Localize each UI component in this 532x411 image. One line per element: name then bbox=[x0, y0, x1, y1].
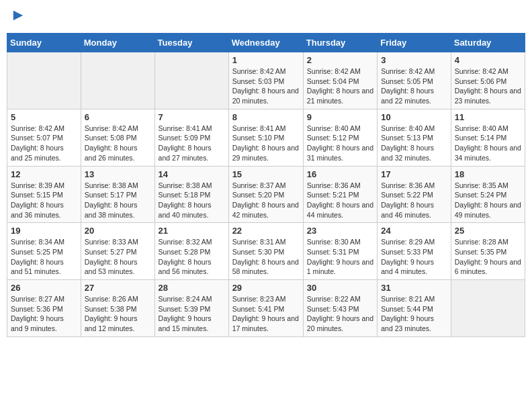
calendar-cell: 25Sunrise: 8:28 AM Sunset: 5:35 PM Dayli… bbox=[451, 223, 525, 280]
day-number: 29 bbox=[232, 283, 300, 293]
day-info: Sunrise: 8:41 AM Sunset: 5:10 PM Dayligh… bbox=[232, 124, 300, 163]
day-info: Sunrise: 8:24 AM Sunset: 5:39 PM Dayligh… bbox=[159, 294, 225, 334]
calendar-cell bbox=[154, 52, 228, 109]
calendar-week-row: 19Sunrise: 8:34 AM Sunset: 5:25 PM Dayli… bbox=[7, 223, 525, 280]
day-info: Sunrise: 8:42 AM Sunset: 5:08 PM Dayligh… bbox=[85, 124, 151, 163]
day-number: 3 bbox=[381, 55, 447, 65]
day-info: Sunrise: 8:36 AM Sunset: 5:22 PM Dayligh… bbox=[381, 181, 447, 220]
day-number: 23 bbox=[307, 226, 373, 236]
day-info: Sunrise: 8:23 AM Sunset: 5:41 PM Dayligh… bbox=[232, 294, 300, 334]
day-number: 13 bbox=[85, 169, 151, 179]
weekday-header: Tuesday bbox=[154, 34, 228, 52]
calendar-cell: 19Sunrise: 8:34 AM Sunset: 5:25 PM Dayli… bbox=[7, 223, 81, 280]
day-number: 21 bbox=[159, 226, 225, 236]
day-number: 1 bbox=[232, 55, 300, 65]
calendar-week-row: 12Sunrise: 8:39 AM Sunset: 5:15 PM Dayli… bbox=[7, 166, 525, 223]
calendar-cell: 21Sunrise: 8:32 AM Sunset: 5:28 PM Dayli… bbox=[154, 223, 228, 280]
day-info: Sunrise: 8:37 AM Sunset: 5:20 PM Dayligh… bbox=[232, 181, 300, 220]
day-info: Sunrise: 8:40 AM Sunset: 5:13 PM Dayligh… bbox=[381, 124, 447, 163]
day-info: Sunrise: 8:26 AM Sunset: 5:38 PM Dayligh… bbox=[85, 294, 151, 334]
day-number: 9 bbox=[307, 112, 373, 122]
calendar-cell bbox=[451, 280, 525, 337]
calendar-cell: 17Sunrise: 8:36 AM Sunset: 5:22 PM Dayli… bbox=[378, 166, 451, 223]
calendar-cell: 5Sunrise: 8:42 AM Sunset: 5:07 PM Daylig… bbox=[7, 109, 81, 166]
weekday-header: Wednesday bbox=[228, 34, 303, 52]
calendar-cell: 9Sunrise: 8:40 AM Sunset: 5:12 PM Daylig… bbox=[303, 109, 377, 166]
day-info: Sunrise: 8:41 AM Sunset: 5:09 PM Dayligh… bbox=[159, 124, 225, 163]
calendar-table: SundayMondayTuesdayWednesdayThursdayFrid… bbox=[7, 33, 525, 337]
day-info: Sunrise: 8:42 AM Sunset: 5:05 PM Dayligh… bbox=[381, 66, 447, 106]
weekday-header: Thursday bbox=[303, 34, 377, 52]
day-number: 4 bbox=[455, 55, 521, 65]
logo bbox=[11, 9, 24, 25]
calendar-cell: 16Sunrise: 8:36 AM Sunset: 5:21 PM Dayli… bbox=[303, 166, 377, 223]
calendar-cell: 3Sunrise: 8:42 AM Sunset: 5:05 PM Daylig… bbox=[378, 52, 451, 109]
weekday-header: Monday bbox=[81, 34, 154, 52]
day-number: 11 bbox=[455, 112, 521, 122]
day-info: Sunrise: 8:36 AM Sunset: 5:21 PM Dayligh… bbox=[307, 181, 373, 220]
calendar-cell: 7Sunrise: 8:41 AM Sunset: 5:09 PM Daylig… bbox=[154, 109, 228, 166]
day-number: 12 bbox=[11, 169, 77, 179]
calendar-cell bbox=[7, 52, 81, 109]
calendar-cell: 8Sunrise: 8:41 AM Sunset: 5:10 PM Daylig… bbox=[228, 109, 303, 166]
page-header bbox=[7, 7, 525, 28]
calendar-cell bbox=[81, 52, 154, 109]
day-info: Sunrise: 8:34 AM Sunset: 5:25 PM Dayligh… bbox=[11, 237, 77, 277]
day-number: 26 bbox=[11, 283, 77, 293]
logo-icon bbox=[12, 9, 24, 21]
calendar-cell: 2Sunrise: 8:42 AM Sunset: 5:04 PM Daylig… bbox=[303, 52, 377, 109]
day-info: Sunrise: 8:21 AM Sunset: 5:44 PM Dayligh… bbox=[381, 294, 447, 334]
day-number: 16 bbox=[307, 169, 373, 179]
weekday-header: Saturday bbox=[451, 34, 525, 52]
day-info: Sunrise: 8:42 AM Sunset: 5:04 PM Dayligh… bbox=[307, 66, 373, 106]
calendar-cell: 20Sunrise: 8:33 AM Sunset: 5:27 PM Dayli… bbox=[81, 223, 154, 280]
day-info: Sunrise: 8:30 AM Sunset: 5:31 PM Dayligh… bbox=[307, 237, 373, 277]
day-info: Sunrise: 8:40 AM Sunset: 5:14 PM Dayligh… bbox=[455, 124, 521, 163]
day-info: Sunrise: 8:22 AM Sunset: 5:43 PM Dayligh… bbox=[307, 294, 373, 334]
day-number: 2 bbox=[307, 55, 373, 65]
calendar-week-row: 26Sunrise: 8:27 AM Sunset: 5:36 PM Dayli… bbox=[7, 280, 525, 337]
day-number: 5 bbox=[11, 112, 77, 122]
calendar-cell: 14Sunrise: 8:38 AM Sunset: 5:18 PM Dayli… bbox=[154, 166, 228, 223]
weekday-header: Sunday bbox=[7, 34, 81, 52]
day-number: 27 bbox=[85, 283, 151, 293]
calendar-cell: 13Sunrise: 8:38 AM Sunset: 5:17 PM Dayli… bbox=[81, 166, 154, 223]
day-info: Sunrise: 8:33 AM Sunset: 5:27 PM Dayligh… bbox=[85, 237, 151, 277]
calendar-week-row: 5Sunrise: 8:42 AM Sunset: 5:07 PM Daylig… bbox=[7, 109, 525, 166]
calendar-cell: 28Sunrise: 8:24 AM Sunset: 5:39 PM Dayli… bbox=[154, 280, 228, 337]
day-info: Sunrise: 8:39 AM Sunset: 5:15 PM Dayligh… bbox=[11, 181, 77, 220]
day-number: 22 bbox=[232, 226, 300, 236]
calendar-cell: 23Sunrise: 8:30 AM Sunset: 5:31 PM Dayli… bbox=[303, 223, 377, 280]
calendar-week-row: 1Sunrise: 8:42 AM Sunset: 5:03 PM Daylig… bbox=[7, 52, 525, 109]
calendar-cell: 6Sunrise: 8:42 AM Sunset: 5:08 PM Daylig… bbox=[81, 109, 154, 166]
calendar-cell: 26Sunrise: 8:27 AM Sunset: 5:36 PM Dayli… bbox=[7, 280, 81, 337]
day-info: Sunrise: 8:35 AM Sunset: 5:24 PM Dayligh… bbox=[455, 181, 521, 220]
calendar-cell: 11Sunrise: 8:40 AM Sunset: 5:14 PM Dayli… bbox=[451, 109, 525, 166]
day-info: Sunrise: 8:42 AM Sunset: 5:06 PM Dayligh… bbox=[455, 66, 521, 106]
calendar-cell: 29Sunrise: 8:23 AM Sunset: 5:41 PM Dayli… bbox=[228, 280, 303, 337]
day-number: 14 bbox=[159, 169, 225, 179]
day-number: 24 bbox=[381, 226, 447, 236]
day-number: 31 bbox=[381, 283, 447, 293]
calendar-cell: 10Sunrise: 8:40 AM Sunset: 5:13 PM Dayli… bbox=[378, 109, 451, 166]
day-info: Sunrise: 8:32 AM Sunset: 5:28 PM Dayligh… bbox=[159, 237, 225, 277]
day-number: 15 bbox=[232, 169, 300, 179]
calendar-cell: 31Sunrise: 8:21 AM Sunset: 5:44 PM Dayli… bbox=[378, 280, 451, 337]
svg-marker-0 bbox=[13, 11, 23, 20]
day-number: 17 bbox=[381, 169, 447, 179]
day-number: 28 bbox=[159, 283, 225, 293]
day-info: Sunrise: 8:42 AM Sunset: 5:03 PM Dayligh… bbox=[232, 66, 300, 106]
calendar-cell: 1Sunrise: 8:42 AM Sunset: 5:03 PM Daylig… bbox=[228, 52, 303, 109]
calendar-cell: 4Sunrise: 8:42 AM Sunset: 5:06 PM Daylig… bbox=[451, 52, 525, 109]
day-info: Sunrise: 8:42 AM Sunset: 5:07 PM Dayligh… bbox=[11, 124, 77, 163]
calendar-cell: 27Sunrise: 8:26 AM Sunset: 5:38 PM Dayli… bbox=[81, 280, 154, 337]
day-number: 8 bbox=[232, 112, 300, 122]
calendar-cell: 24Sunrise: 8:29 AM Sunset: 5:33 PM Dayli… bbox=[378, 223, 451, 280]
day-number: 10 bbox=[381, 112, 447, 122]
day-number: 20 bbox=[85, 226, 151, 236]
day-number: 19 bbox=[11, 226, 77, 236]
day-info: Sunrise: 8:40 AM Sunset: 5:12 PM Dayligh… bbox=[307, 124, 373, 163]
calendar-cell: 15Sunrise: 8:37 AM Sunset: 5:20 PM Dayli… bbox=[228, 166, 303, 223]
weekday-header: Friday bbox=[378, 34, 451, 52]
day-info: Sunrise: 8:29 AM Sunset: 5:33 PM Dayligh… bbox=[381, 237, 447, 277]
